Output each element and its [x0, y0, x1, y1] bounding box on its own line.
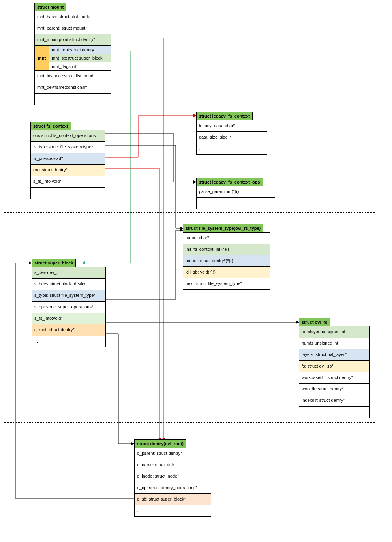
struct-fs-context: struct fs_context ops:struct fs_context_…	[30, 122, 105, 199]
field: mnt_parent: struct mount*	[35, 23, 111, 34]
field: d_inode: struct inode*	[135, 471, 211, 482]
field: mnt_sb:struct super_block	[49, 54, 111, 62]
field: ...	[135, 505, 211, 516]
field: numlayer: unsigned int	[299, 326, 369, 338]
field: ...	[32, 336, 105, 347]
field: data_size: size_t	[197, 132, 267, 143]
field: workdir: struct dentry*	[299, 384, 369, 395]
field: init_fs_context: int (*)()	[183, 244, 270, 255]
field: name: char*	[183, 233, 270, 244]
field: kill_sb: void(*)()	[183, 267, 270, 278]
field: mnt_hash: struct hlist_node	[35, 11, 111, 23]
struct-legacy-fs-context: struct legacy_fs_context legacy_data: ch…	[196, 112, 267, 155]
field: mnt_root:struct dentry	[49, 46, 111, 54]
field: workbasedir: struct dentry*	[299, 372, 369, 384]
field: s_bdev:struct block_device	[32, 279, 105, 290]
struct-ovl-fs: struct ovl_fs numlayer: unsigned int num…	[299, 318, 370, 418]
field: fs: struct ovl_sb*	[299, 361, 369, 372]
title: struct fs_context	[30, 122, 71, 130]
field: legacy_data: char*	[197, 120, 267, 132]
section-divider	[4, 107, 375, 107]
field: d_name: struct qstr	[135, 459, 211, 471]
field: fs_private:void*	[31, 153, 105, 165]
struct-legacy-fs-context-ops: struct legacy_fs_context_ops parse_param…	[196, 178, 275, 209]
field: mount: struct dentry*(*)()	[183, 255, 270, 267]
field: s_fs_info:void*	[32, 313, 105, 324]
field: d_parent: struct dentry*	[135, 448, 211, 459]
field: d_op: struct dentry_operations*	[135, 482, 211, 494]
field: ...	[35, 94, 111, 105]
title: struct mount	[34, 3, 66, 11]
struct-mount: struct mount mnt_hash: struct hlist_node…	[34, 3, 111, 105]
field: layers: struct ovl_layer*	[299, 349, 369, 361]
title: struct dentry(ovl_root)	[134, 439, 186, 448]
field: fs_type:struct file_system:type*	[31, 142, 105, 153]
field: s_dev:dev_t	[32, 267, 105, 279]
title: struct legacy_fs_context	[196, 112, 253, 120]
nested-label: mnt	[35, 46, 49, 70]
field: s_fs_info:void*	[31, 176, 105, 188]
section-divider	[4, 422, 375, 423]
struct-file-system-type: struct file_system_type(ovl_fs_type) nam…	[183, 224, 270, 301]
field: ...	[197, 198, 275, 209]
title: struct super_block	[32, 259, 76, 267]
field: next: struct file_system_type*	[183, 278, 270, 290]
field: s_type: struct file_system_type*	[32, 290, 105, 302]
struct-dentry: struct dentry(ovl_root) d_parent: struct…	[134, 439, 211, 517]
title: struct ovl_fs	[299, 318, 330, 326]
field: ...	[299, 407, 369, 418]
field: s_root: struct dentry*	[32, 324, 105, 336]
field: ...	[183, 290, 270, 301]
field: root:struct dentry*	[31, 165, 105, 176]
field: ...	[197, 143, 267, 154]
struct-super-block: struct super_block s_dev:dev_t s_bdev:st…	[32, 259, 106, 347]
field: d_sb: struct super_block*	[135, 494, 211, 505]
field: mnt_instance:struct list_head	[35, 71, 111, 82]
field: s_op: struct super_operations*	[32, 302, 105, 313]
section-divider	[4, 212, 375, 213]
field: indexdir: struct dentry*	[299, 395, 369, 407]
field: ops:struct fs_context_operations	[31, 130, 105, 142]
field: mnt_devname:const char*	[35, 82, 111, 94]
field: mnt_mountpoint:struct dentry*	[35, 34, 111, 46]
title: struct file_system_type(ovl_fs_type)	[183, 224, 263, 233]
title: struct legacy_fs_context_ops	[196, 178, 263, 186]
field: numfs:unsigned int	[299, 338, 369, 349]
field: parse_param: int(*)()	[197, 186, 275, 198]
field: ...	[31, 188, 105, 199]
field: mnt_flags:int	[49, 62, 111, 70]
